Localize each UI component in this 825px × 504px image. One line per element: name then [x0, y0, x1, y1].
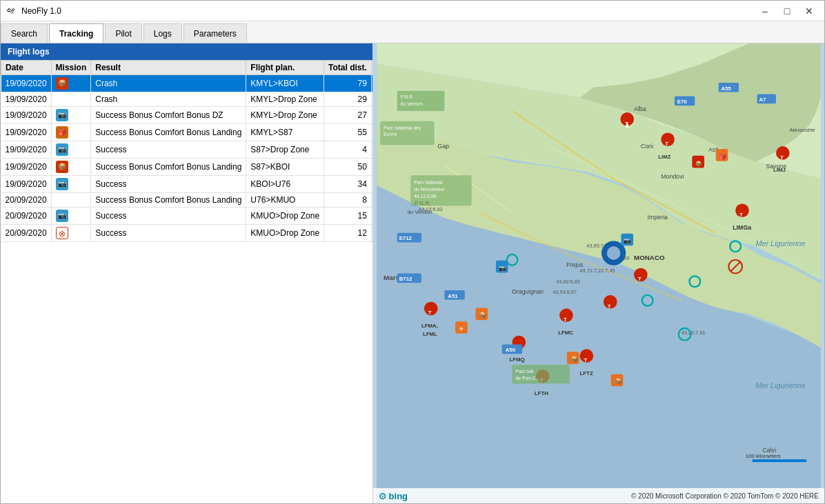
panel-title: Flight logs	[8, 47, 50, 57]
svg-text:T: T	[665, 141, 668, 147]
table-row[interactable]: 19/09/2020📷SuccessS87>Drop Zone40647	[1, 141, 373, 159]
svg-text:E712: E712	[399, 235, 412, 241]
svg-text:Mondovi: Mondovi	[661, 173, 684, 180]
svg-text:LFTH: LFTH	[535, 390, 548, 396]
cell-result: Crash	[91, 75, 246, 92]
tab-parameters[interactable]: Parameters	[183, 23, 247, 43]
cell-mission	[51, 193, 91, 208]
svg-text:T: T	[608, 303, 611, 310]
svg-text:MONACO: MONACO	[634, 254, 665, 261]
svg-text:📦: 📦	[695, 160, 702, 167]
svg-text:📷: 📷	[499, 264, 507, 272]
table-row[interactable]: 19/09/2020📷Success Bonus Comfort Bonus D…	[1, 107, 373, 124]
flight-logs-table: Date Mission Result Flight plan. Total d…	[1, 60, 372, 242]
svg-text:E70: E70	[677, 99, 688, 105]
table-row[interactable]: 19/09/2020📷SuccessKBOI>U763413279	[1, 176, 373, 193]
svg-text:43,71:7,22:7,45: 43,71:7,22:7,45	[580, 268, 615, 274]
cell-flight-plan: U76>KMUO	[246, 193, 324, 208]
cell-flight-plan: KMYL>KBOI	[246, 75, 324, 92]
cell-date: 19/09/2020	[1, 107, 52, 124]
map-svg: Gap P.N.R. du Verdon Marseille Draguigna…	[373, 43, 824, 503]
cell-fly-time: 0	[371, 225, 372, 242]
table-row[interactable]: 20/09/2020⊗SuccessKMUO>Drop Zone1201786	[1, 225, 373, 242]
map-container: Gap P.N.R. du Verdon Marseille Draguigna…	[373, 43, 824, 503]
svg-text:T: T	[638, 276, 642, 282]
svg-text:A55: A55	[722, 85, 732, 92]
maximize-button[interactable]: □	[777, 4, 797, 18]
cell-mission: ⊗	[51, 225, 91, 242]
cell-date: 19/09/2020	[1, 176, 52, 193]
cell-total-dist: 27	[324, 107, 372, 124]
cell-mission: 📦	[51, 75, 91, 92]
table-container[interactable]: Date Mission Result Flight plan. Total d…	[1, 60, 372, 503]
cell-total-dist: 29	[324, 92, 372, 107]
cell-result: Crash	[91, 92, 246, 107]
panel-header: Flight logs	[1, 43, 372, 60]
cell-result: Success Bonus Comfort Bonus Landing	[91, 159, 246, 176]
cell-total-dist: 55	[324, 124, 372, 141]
cell-total-dist: 4	[324, 141, 372, 159]
tab-pilot[interactable]: Pilot	[105, 23, 141, 43]
title-bar: 🛩 NeoFly 1.0 – □ ✕	[1, 1, 824, 21]
svg-text:LIMGa: LIMGa	[733, 224, 751, 231]
cell-flight-plan: S87>KBOI	[246, 159, 324, 176]
svg-text:LIMJ: LIMJ	[773, 167, 786, 173]
cell-mission: 📷	[51, 208, 91, 225]
col-date: Date	[1, 61, 52, 75]
cell-mission	[51, 92, 91, 107]
mission-icon: 📷	[56, 143, 68, 156]
cell-fly-time: 1	[371, 124, 372, 141]
cell-flight-plan: KMYL>Drop Zone	[246, 92, 324, 107]
mission-icon: 📦	[56, 77, 68, 90]
table-row[interactable]: 20/09/2020Success Bonus Comfort Bonus La…	[1, 193, 373, 208]
svg-text:44,12:6,88: 44,12:6,88	[414, 194, 437, 199]
table-row[interactable]: 19/09/2020📦CrashKMYL>KBOI7907626	[1, 75, 373, 92]
table-row[interactable]: 19/09/2020📦Success Bonus Comfort Bonus L…	[1, 159, 373, 176]
cell-fly-time: 1	[371, 107, 372, 124]
cell-date: 19/09/2020	[1, 141, 52, 159]
tab-logs[interactable]: Logs	[143, 23, 182, 43]
cell-flight-plan: S87>Drop Zone	[246, 141, 324, 159]
table-header-row: Date Mission Result Flight plan. Total d…	[1, 61, 373, 75]
svg-text:📷: 📷	[624, 236, 632, 245]
table-row[interactable]: 19/09/2020CrashKMYL>Drop Zone2900	[1, 92, 373, 107]
cell-fly-time: 0	[371, 208, 372, 225]
cell-date: 20/09/2020	[1, 193, 52, 208]
tab-tracking[interactable]: Tracking	[49, 23, 103, 43]
map-footer: ⊙ bing © 2020 Microsoft Corporation © 20…	[373, 488, 824, 503]
svg-text:📦: 📦	[479, 311, 487, 319]
svg-text:Coni: Coni	[641, 143, 653, 150]
cell-mission: 📷	[51, 176, 91, 193]
col-flight-plan: Flight plan.	[246, 61, 324, 75]
map-panel: Gap P.N.R. du Verdon Marseille Draguigna…	[373, 43, 824, 503]
svg-text:📦: 📦	[570, 355, 579, 363]
svg-text:A7: A7	[759, 97, 766, 103]
svg-text:T: T	[780, 154, 784, 161]
tab-search[interactable]: Search	[1, 23, 48, 43]
svg-text:LFTZ: LFTZ	[580, 370, 593, 376]
left-panel: Flight logs Date Mission Result Flight p…	[1, 43, 373, 503]
col-total-dist: Total dist.	[324, 61, 372, 75]
cell-flight-plan: KBOI>U76	[246, 176, 324, 193]
table-row[interactable]: 19/09/2020🎒Success Bonus Comfort Bonus L…	[1, 124, 373, 141]
table-body: 19/09/2020📦CrashKMYL>KBOI790762619/09/20…	[1, 75, 373, 242]
cell-total-dist: 34	[324, 176, 372, 193]
cell-flight-plan: KMYL>S87	[246, 124, 324, 141]
minimize-button[interactable]: –	[755, 4, 775, 18]
cell-fly-time: 0	[371, 141, 372, 159]
svg-text:T: T	[428, 310, 432, 316]
cell-date: 19/09/2020	[1, 159, 52, 176]
svg-text:Imperia: Imperia	[648, 214, 668, 221]
svg-text:A51: A51	[448, 293, 458, 299]
mission-icon: 📷	[56, 178, 68, 190]
cell-total-dist: 12	[324, 225, 372, 242]
svg-text:Parc National des: Parc National des	[384, 125, 421, 130]
window-title: NeoFly 1.0	[21, 6, 755, 16]
cell-result: Success	[91, 225, 246, 242]
svg-text:A50: A50	[506, 347, 516, 353]
cell-date: 19/09/2020	[1, 124, 52, 141]
close-button[interactable]: ✕	[799, 4, 819, 18]
table-row[interactable]: 20/09/2020📷SuccessKMUO>Drop Zone1502149	[1, 208, 373, 225]
cell-result: Success Bonus Comfort Bonus Landing	[91, 193, 246, 208]
mission-icon: 📦	[56, 161, 68, 173]
